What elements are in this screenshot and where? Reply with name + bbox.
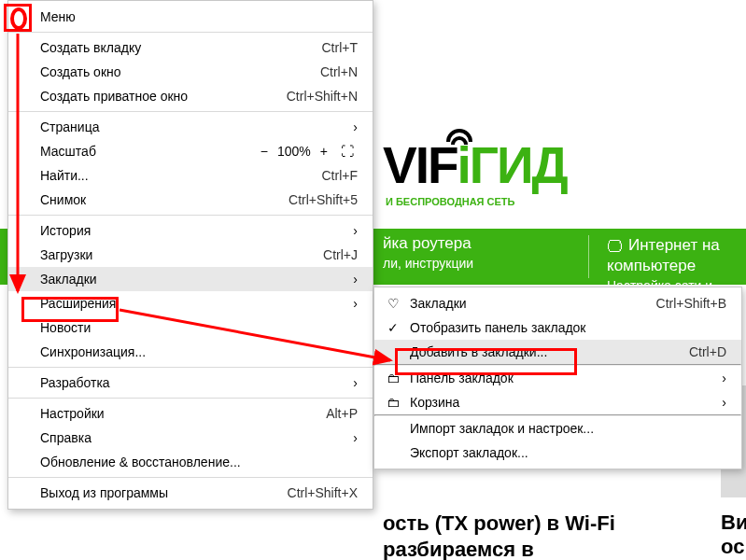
menu-find[interactable]: Найти... Ctrl+F: [8, 163, 373, 188]
menu-separator: [8, 477, 373, 478]
logo-subtitle: И БЕСПРОВОДНАЯ СЕТЬ: [386, 196, 514, 207]
nav-separator: [588, 235, 589, 278]
zoom-out-button[interactable]: −: [257, 144, 272, 159]
folder-icon: 🗀: [386, 371, 401, 385]
article-title-1[interactable]: ость (TX power) в Wi-Fi разбираемся в: [383, 511, 738, 560]
logo-wifi-text: VIFi: [383, 140, 470, 191]
main-menu: Меню Создать вкладку Ctrl+T Создать окно…: [7, 0, 373, 510]
chevron-right-icon: ›: [353, 296, 358, 311]
zoom-value: 100%: [277, 144, 311, 159]
menu-bookmarks[interactable]: Закладки ›: [8, 267, 373, 291]
menu-separator: [8, 367, 373, 368]
zoom-in-button[interactable]: +: [317, 144, 331, 159]
nav-item-router[interactable]: йка роутера ли, инструкции: [383, 234, 473, 271]
submenu-trash[interactable]: 🗀 Корзина ›: [374, 390, 741, 414]
menu-separator: [8, 398, 373, 399]
opera-o-icon: [10, 7, 27, 30]
article-title-2[interactable]: Ви ос: [721, 511, 746, 559]
site-logo: VIFi ГИД: [383, 131, 567, 201]
chevron-right-icon: ›: [722, 395, 726, 410]
bookmarks-submenu: ♡ Закладки Ctrl+Shift+B ✓ Отобразить пан…: [373, 287, 742, 469]
menu-new-tab[interactable]: Создать вкладку Ctrl+T: [8, 35, 373, 60]
submenu-add-bookmark[interactable]: Добавить в закладки... Ctrl+D: [374, 340, 741, 364]
heart-icon: ♡: [386, 296, 401, 311]
submenu-export-bookmarks[interactable]: Экспорт закладок...: [374, 441, 741, 465]
menu-settings[interactable]: Настройки Alt+P: [8, 401, 373, 426]
nav-item-title: 🖵Интернет на компьютере: [607, 236, 746, 275]
menu-new-private-window[interactable]: Создать приватное окно Ctrl+Shift+N: [8, 84, 373, 108]
submenu-bookmarks[interactable]: ♡ Закладки Ctrl+Shift+B: [374, 291, 741, 315]
menu-snapshot[interactable]: Снимок Ctrl+Shift+5: [8, 188, 373, 212]
chevron-right-icon: ›: [353, 223, 358, 238]
chevron-right-icon: ›: [353, 430, 358, 445]
menu-history[interactable]: История ›: [8, 218, 373, 243]
folder-icon: 🗀: [386, 395, 401, 410]
menu-zoom[interactable]: Масштаб − 100% + ⛶: [8, 139, 373, 163]
menu-page[interactable]: Страница ›: [8, 115, 373, 139]
logo-gid-text: ГИД: [470, 140, 567, 191]
menu-help[interactable]: Справка ›: [8, 426, 373, 450]
chevron-right-icon: ›: [353, 119, 358, 134]
nav-item-sub: ли, инструкции: [383, 256, 473, 271]
menu-separator: [8, 215, 373, 216]
opera-menu-button[interactable]: [4, 4, 32, 32]
chevron-right-icon: ›: [353, 272, 358, 287]
menu-downloads[interactable]: Загрузки Ctrl+J: [8, 243, 373, 267]
menu-update-restore[interactable]: Обновление & восстановление...: [8, 450, 373, 474]
menu-separator: [8, 32, 373, 33]
menu-developer[interactable]: Разработка ›: [8, 371, 373, 395]
submenu-show-bookmarks-bar[interactable]: ✓ Отобразить панель закладок: [374, 315, 741, 340]
menu-header-label: Меню: [40, 9, 358, 24]
submenu-bookmarks-panel[interactable]: 🗀 Панель закладок ›: [374, 366, 741, 390]
chevron-right-icon: ›: [722, 371, 726, 385]
checkmark-icon: ✓: [386, 320, 401, 335]
menu-header: Меню: [8, 5, 373, 29]
fullscreen-icon[interactable]: ⛶: [337, 144, 358, 159]
wifi-arc-icon: [446, 129, 472, 147]
menu-exit[interactable]: Выход из программы Ctrl+Shift+X: [8, 481, 373, 505]
menu-news[interactable]: Новости: [8, 315, 373, 340]
menu-new-window[interactable]: Создать окно Ctrl+N: [8, 60, 373, 84]
nav-item-title: йка роутера: [383, 234, 473, 253]
submenu-import-bookmarks[interactable]: Импорт закладок и настроек...: [374, 416, 741, 441]
chevron-right-icon: ›: [353, 375, 358, 390]
monitor-icon: 🖵: [607, 238, 623, 256]
menu-extensions[interactable]: Расширения ›: [8, 291, 373, 315]
menu-sync[interactable]: Синхронизация...: [8, 340, 373, 364]
menu-separator: [8, 111, 373, 112]
